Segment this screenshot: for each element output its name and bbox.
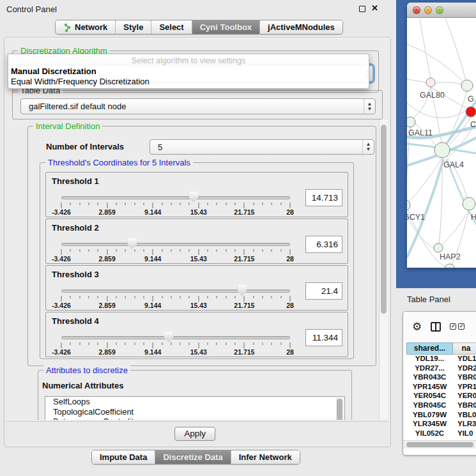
zoom-traffic-light[interactable] bbox=[436, 6, 443, 14]
menu-item-manual-discretization[interactable]: Manual Discretization bbox=[11, 66, 96, 76]
threshold-3-value[interactable]: 21.4 bbox=[305, 282, 342, 300]
cyni-toolbox-panel: Discretization Algorithm ▲▼ Table Data g… bbox=[4, 37, 391, 447]
network-node[interactable] bbox=[407, 117, 415, 127]
network-node-label: C bbox=[470, 120, 476, 129]
threshold-3-slider[interactable]: -3.4262.8599.14415.4321.71528 bbox=[61, 285, 290, 309]
slider-track[interactable] bbox=[61, 336, 290, 339]
slider-track[interactable] bbox=[61, 243, 290, 246]
threshold-2-value[interactable]: 6.316 bbox=[305, 236, 342, 253]
slider-tick-labels: -3.4262.8599.14415.4321.71528 bbox=[61, 208, 290, 216]
tab-style-label: Style bbox=[123, 22, 143, 32]
table-row[interactable]: YBR045CYBR0 bbox=[406, 401, 476, 411]
attribute-list-item[interactable]: SelfLoops bbox=[45, 397, 344, 407]
attributes-group-title: Attributes to discretize bbox=[43, 365, 130, 375]
tab-impute-data[interactable]: Impute Data bbox=[92, 450, 155, 464]
network-node[interactable] bbox=[461, 80, 473, 91]
checkbox-checked-icon[interactable]: ✓ bbox=[458, 323, 464, 330]
table-row[interactable]: YLR345WYLR3 bbox=[406, 420, 476, 429]
threshold-4-slider[interactable]: -3.4262.8599.14415.4321.71528 bbox=[61, 332, 290, 356]
table-row[interactable]: YER054CYER0 bbox=[406, 392, 476, 401]
network-nodes[interactable] bbox=[407, 78, 476, 268]
network-node[interactable] bbox=[445, 264, 455, 268]
tab-network[interactable]: Network bbox=[56, 20, 116, 34]
tab-infer-network[interactable]: Infer Network bbox=[231, 450, 300, 464]
slider-tick-labels: -3.4262.8599.14415.4321.71528 bbox=[61, 348, 290, 356]
column-header-shared-name[interactable]: shared... bbox=[406, 342, 453, 355]
slider-ticks bbox=[61, 296, 290, 302]
network-node[interactable] bbox=[426, 78, 435, 87]
slider-ticks bbox=[61, 249, 290, 255]
settings-scrollbar-thumb[interactable] bbox=[381, 125, 387, 314]
slider-tick-labels: -3.4262.8599.14415.4321.71528 bbox=[61, 302, 290, 309]
attribute-list-item[interactable]: BetweennessCentrality bbox=[45, 417, 344, 420]
slider-track[interactable] bbox=[61, 289, 290, 293]
tab-impute-data-label: Impute Data bbox=[100, 452, 147, 462]
close-traffic-light[interactable] bbox=[413, 6, 420, 14]
threshold-1-slider[interactable]: -3.4262.8599.14415.4321.71528 bbox=[61, 192, 290, 216]
table-row[interactable]: YPR145WYPR1 bbox=[406, 383, 476, 392]
tab-cyni-toolbox[interactable]: Cyni Toolbox bbox=[192, 20, 260, 34]
slider-tick-labels: -3.4262.8599.14415.4321.71528 bbox=[61, 255, 290, 263]
network-canvas[interactable]: GAL80GCGAL11GAL4GCY1HHAP2 bbox=[407, 19, 476, 268]
table-row[interactable]: YIL052CYIL0 bbox=[406, 429, 476, 439]
table-data-combobox-value: galFiltered.sif default node bbox=[21, 102, 364, 111]
network-node-label: HAP2 bbox=[440, 252, 461, 261]
attribute-list-item[interactable]: TopologicalCoefficient bbox=[45, 407, 344, 417]
network-window-titlebar bbox=[407, 3, 476, 18]
settings-scroll-area: Interval Definition Number of Intervals … bbox=[10, 119, 388, 420]
slider-track[interactable] bbox=[61, 196, 290, 199]
split-columns-icon[interactable] bbox=[431, 322, 441, 332]
numerical-attributes-list[interactable]: SelfLoopsTopologicalCoefficientBetweenne… bbox=[45, 396, 345, 420]
network-node[interactable] bbox=[434, 243, 443, 252]
table-row[interactable]: YBR043CYBR0 bbox=[406, 373, 476, 383]
slider-thumb[interactable] bbox=[164, 332, 174, 342]
table-hscrollbar-thumb[interactable] bbox=[406, 442, 473, 447]
network-node[interactable] bbox=[463, 197, 475, 210]
slider-thumb[interactable] bbox=[237, 285, 247, 296]
threshold-1-value[interactable]: 14.713 bbox=[305, 189, 342, 206]
network-node-label: GAL80 bbox=[420, 91, 445, 100]
threshold-label: Threshold 2 bbox=[52, 223, 99, 233]
list-scrollbar-thumb[interactable] bbox=[337, 399, 342, 420]
column-header-name[interactable]: na bbox=[453, 342, 476, 355]
thresholds-group-title: Threshold's Coordinates for 5 Intervals bbox=[45, 158, 193, 167]
number-of-intervals-combobox[interactable]: 5 ▲▼ bbox=[150, 139, 374, 155]
float-window-icon[interactable] bbox=[359, 6, 365, 12]
close-icon[interactable]: ✕ bbox=[371, 3, 378, 13]
tab-style[interactable]: Style bbox=[116, 20, 151, 34]
tab-infer-network-label: Infer Network bbox=[239, 452, 292, 462]
settings-scrollbar[interactable] bbox=[379, 119, 388, 420]
network-node-label: G bbox=[468, 95, 474, 104]
checkbox-checked-icon[interactable]: ✓ bbox=[450, 323, 456, 330]
minimize-traffic-light[interactable] bbox=[424, 6, 432, 14]
table-row[interactable]: YBL079WYBL0 bbox=[406, 411, 476, 420]
table-row[interactable]: YDL19...YDL1 bbox=[406, 355, 476, 364]
list-scrollbar[interactable] bbox=[336, 397, 344, 420]
tab-select[interactable]: Select bbox=[151, 20, 192, 34]
tab-select-label: Select bbox=[159, 22, 183, 32]
table-data-combobox[interactable]: galFiltered.sif default node ▲▼ bbox=[20, 98, 376, 114]
table-data-group: Table Data galFiltered.sif default node … bbox=[12, 90, 383, 119]
slider-ticks bbox=[61, 203, 290, 208]
threshold-1-panel: Threshold 1 -3.4262.8599.14415.4321.7152… bbox=[45, 172, 348, 217]
threshold-2-slider[interactable]: -3.4262.8599.14415.4321.71528 bbox=[61, 238, 290, 263]
algorithm-hint: Select algorithm to view settings bbox=[8, 56, 369, 65]
number-of-intervals-value: 5 bbox=[150, 142, 362, 152]
tab-network-label: Network bbox=[75, 22, 107, 32]
slider-thumb[interactable] bbox=[188, 192, 198, 203]
gear-icon[interactable]: ⚙ bbox=[412, 320, 422, 333]
tab-discretize-data[interactable]: Discretize Data bbox=[155, 450, 231, 464]
network-node[interactable] bbox=[466, 107, 476, 117]
threshold-4-value[interactable]: 11.344 bbox=[305, 329, 342, 346]
slider-thumb[interactable] bbox=[127, 238, 137, 249]
table-hscrollbar[interactable] bbox=[403, 440, 476, 449]
checkbox-icons[interactable]: ✓ ✓ bbox=[450, 323, 464, 330]
tab-jactivemnodules[interactable]: jActiveMNodules bbox=[260, 20, 342, 34]
table-rows: YDL19...YDL1YDR27...YDR2YBR043CYBR0YPR14… bbox=[406, 355, 476, 439]
network-node[interactable] bbox=[434, 142, 450, 158]
apply-button[interactable]: Apply bbox=[174, 427, 215, 441]
menu-item-equal-width-frequency[interactable]: Equal Width/Frequency Discretization bbox=[11, 77, 150, 86]
screen: Control Panel ✕ Network Style Select Cyn… bbox=[0, 0, 476, 476]
network-node-label: GAL11 bbox=[408, 128, 433, 137]
table-row[interactable]: YDR27...YDR2 bbox=[406, 364, 476, 374]
